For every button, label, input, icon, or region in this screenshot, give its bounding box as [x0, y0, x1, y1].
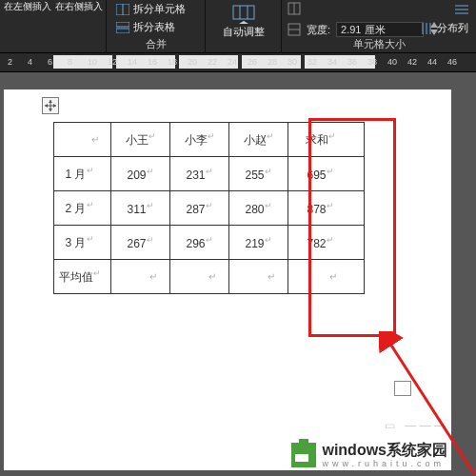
svg-marker-22 — [49, 100, 52, 103]
insert-right-button[interactable]: 在右侧插入 — [53, 0, 105, 13]
group-cell-size: 宽度: 分布列 单元格大小 — [282, 0, 476, 53]
svg-marker-25 — [53, 104, 56, 108]
distribute-cols-icon — [420, 23, 433, 34]
header-cell-empty[interactable]: ↵ — [54, 123, 111, 157]
group-merge-label: 合并 — [107, 37, 205, 51]
ribbon-toolbar: 在左侧插入 在右侧插入 拆分单元格 拆分表格 合并 — [0, 0, 476, 53]
ruler-tick: 40 — [387, 57, 397, 67]
watermark-icon — [291, 443, 316, 467]
ruler-tick: 26 — [248, 57, 257, 67]
width-icon — [288, 23, 301, 36]
ruler-tick: 38 — [367, 57, 377, 67]
autofit-button[interactable]: 自动调整 — [217, 4, 270, 39]
header-cell[interactable]: 小赵↵ — [229, 123, 288, 157]
insert-right-label: 在右侧插入 — [55, 1, 103, 11]
data-cell[interactable]: 219↵ — [229, 226, 288, 260]
sum-cell-empty[interactable]: ↵ — [288, 260, 365, 294]
row-label-avg[interactable]: 平均值↵ — [54, 260, 111, 294]
svg-rect-3 — [116, 29, 129, 33]
document-canvas: ↵ 小王↵ 小李↵ 小赵↵ 求和↵ 1 月↵ 209↵ 231↵ 255↵ 69… — [0, 72, 476, 476]
data-cell[interactable]: 255↵ — [229, 157, 288, 191]
view-icon: ▭ — [385, 419, 395, 432]
svg-marker-24 — [45, 104, 48, 108]
split-cells-icon — [116, 4, 129, 15]
watermark: windows系统家园 www.ruhaitu.com — [291, 441, 447, 468]
ruler-tick: 6 — [48, 57, 52, 67]
header-cell[interactable]: 小李↵ — [170, 123, 229, 157]
svg-marker-23 — [49, 109, 52, 111]
table-row[interactable]: 1 月↵ 209↵ 231↵ 255↵ 695↵ — [54, 157, 365, 191]
data-cell[interactable]: 267↵ — [111, 226, 170, 260]
header-cell-sum[interactable]: 求和↵ — [288, 123, 365, 157]
header-cell[interactable]: 小王↵ — [111, 123, 170, 157]
svg-marker-7 — [239, 21, 248, 24]
ruler-tick: 28 — [268, 57, 277, 67]
autofit-icon — [231, 4, 256, 25]
split-cells-label: 拆分单元格 — [133, 2, 186, 16]
table-row[interactable]: 平均值↵ ↵ ↵ ↵ ↵ — [54, 260, 365, 294]
table-row[interactable]: 3 月↵ 267↵ 296↵ 219↵ 782↵ — [54, 226, 365, 260]
table-row[interactable]: ↵ 小王↵ 小李↵ 小赵↵ 求和↵ — [54, 123, 365, 157]
distribute-rows-button[interactable] — [449, 2, 474, 17]
data-cell[interactable]: 280↵ — [229, 191, 288, 226]
ruler-tick: 2 — [8, 57, 12, 67]
height-icon — [288, 2, 301, 15]
split-cells-button[interactable]: 拆分单元格 — [110, 0, 191, 18]
document-page: ↵ 小王↵ 小李↵ 小赵↵ 求和↵ 1 月↵ 209↵ 231↵ 255↵ 69… — [4, 89, 451, 470]
row-label[interactable]: 2 月↵ — [54, 191, 111, 226]
distribute-cols-label: 分布列 — [437, 21, 468, 35]
data-cell-empty[interactable]: ↵ — [111, 260, 170, 294]
split-table-label: 拆分表格 — [133, 20, 175, 34]
ruler-tick: 16 — [148, 57, 157, 67]
table-move-handle[interactable] — [42, 97, 59, 114]
split-table-icon — [116, 22, 129, 33]
group-cell-size-label: 单元格大小 — [282, 37, 476, 51]
row-label[interactable]: 3 月↵ — [54, 226, 111, 260]
sum-cell[interactable]: 782↵ — [288, 226, 365, 260]
insert-left-label: 在左侧插入 — [4, 1, 51, 11]
data-cell[interactable]: 231↵ — [170, 157, 229, 191]
ruler-tick: 10 — [88, 57, 97, 67]
ruler-tick: 24 — [228, 57, 237, 67]
split-table-button[interactable]: 拆分表格 — [110, 18, 191, 36]
group-merge: 拆分单元格 拆分表格 合并 — [107, 0, 206, 53]
ruler-tick: 32 — [307, 57, 317, 67]
ruler-tick: 34 — [327, 57, 337, 67]
sum-cell[interactable]: 878↵ — [288, 191, 365, 226]
data-cell[interactable]: 287↵ — [170, 191, 229, 226]
ruler-tick: 12 — [108, 57, 117, 67]
data-cell[interactable]: 311↵ — [111, 191, 170, 226]
svg-rect-4 — [233, 6, 254, 19]
ruler-tick: 44 — [427, 57, 437, 67]
ruler-tick: 46 — [447, 57, 457, 67]
ruler-tick: 42 — [407, 57, 417, 67]
distribute-cols-button[interactable]: 分布列 — [414, 19, 474, 37]
data-table[interactable]: ↵ 小王↵ 小李↵ 小赵↵ 求和↵ 1 月↵ 209↵ 231↵ 255↵ 69… — [53, 122, 365, 294]
ruler-tick: 22 — [208, 57, 217, 67]
status-zoom-ghost: ▭ — — — — [385, 419, 446, 432]
watermark-url: www.ruhaitu.com — [322, 459, 447, 468]
data-cell[interactable]: 296↵ — [170, 226, 229, 260]
group-rows-columns: 在左侧插入 在右侧插入 — [0, 0, 107, 53]
ruler-tick: 14 — [128, 57, 137, 67]
row-label[interactable]: 1 月↵ — [54, 157, 111, 191]
distribute-rows-icon — [455, 4, 468, 15]
ruler-tick: 36 — [347, 57, 357, 67]
data-cell[interactable]: 209↵ — [111, 157, 170, 191]
horizontal-ruler[interactable]: 2468101214161820222426283032343638404244… — [0, 53, 476, 72]
table-resize-handle[interactable] — [394, 381, 411, 396]
svg-rect-2 — [116, 22, 129, 27]
width-label: 宽度: — [307, 23, 330, 37]
sum-cell[interactable]: 695↵ — [288, 157, 365, 191]
ruler-tick: 18 — [168, 57, 177, 67]
data-cell-empty[interactable]: ↵ — [229, 260, 288, 294]
data-cell-empty[interactable]: ↵ — [170, 260, 229, 294]
width-input[interactable] — [336, 22, 424, 37]
ruler-tick: 4 — [28, 57, 32, 67]
group-autofit: 自动调整 — [206, 0, 282, 53]
insert-left-button[interactable]: 在左侧插入 — [2, 0, 53, 13]
watermark-brand: windows系统家园 — [322, 442, 447, 458]
table-row[interactable]: 2 月↵ 311↵ 287↵ 280↵ 878↵ — [54, 191, 365, 226]
ruler-tick: 8 — [68, 57, 72, 67]
autofit-label: 自动调整 — [223, 26, 265, 37]
